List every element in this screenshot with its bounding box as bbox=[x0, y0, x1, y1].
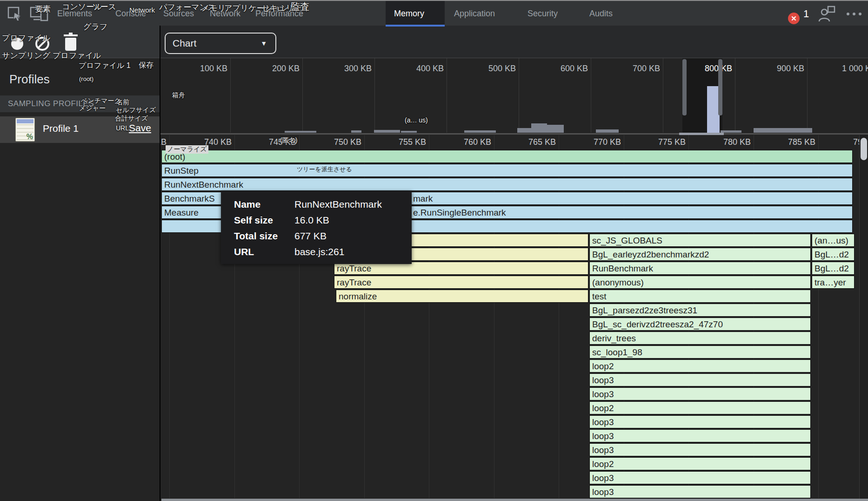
flame-cell-loop3[interactable]: loop3 bbox=[589, 387, 811, 400]
flame-cell-loop2[interactable]: loop2 bbox=[589, 457, 811, 470]
tab-security[interactable]: Security bbox=[527, 1, 558, 27]
flame-cell-loop3[interactable]: loop3 bbox=[589, 415, 811, 428]
overview-tick-label: 700 KB bbox=[593, 64, 660, 74]
allocation-bar bbox=[754, 128, 812, 133]
translation-annotation: セルフサイズ bbox=[116, 106, 156, 115]
flame-cell-runstep[interactable]: RunStep bbox=[161, 164, 853, 177]
allocation-bar bbox=[531, 123, 547, 133]
view-mode-value: Chart bbox=[173, 38, 196, 48]
tooltip-row-label: Name bbox=[234, 196, 294, 212]
flame-cell-test[interactable]: test bbox=[589, 290, 811, 303]
overview-tick-label: 400 KB bbox=[377, 64, 444, 74]
translation-annotation: メモリ bbox=[201, 3, 226, 14]
flame-cell-loop3[interactable]: loop3 bbox=[589, 485, 811, 498]
allocation-bar bbox=[464, 130, 496, 133]
flame-cell-loop2[interactable]: loop2 bbox=[589, 359, 811, 372]
sampling-profile-icon: % bbox=[15, 118, 35, 142]
flame-cell-bgl-d2[interactable]: BgL…d2 bbox=[812, 262, 855, 275]
tab-memory[interactable]: Memory bbox=[394, 1, 424, 27]
overview-tick-label: 900 KB bbox=[737, 64, 804, 74]
flame-cell-loop3[interactable]: loop3 bbox=[589, 373, 811, 386]
overview-tick-label: 500 KB bbox=[449, 64, 516, 74]
overview-tick-label: 600 KB bbox=[521, 64, 588, 74]
flame-tick-label: 765 KB bbox=[489, 137, 556, 147]
error-badge-icon[interactable]: ✕ bbox=[788, 13, 800, 24]
selection-handle-right[interactable] bbox=[718, 59, 722, 115]
translation-annotation: ノーマライズ bbox=[166, 145, 208, 154]
flame-cell-normalize[interactable]: normalize bbox=[336, 290, 588, 303]
flame-cell--anonymous-[interactable]: (anonymous) bbox=[589, 276, 811, 289]
flame-cell-bgl-earleyzd2benchmarkzd2[interactable]: BgL_earleyzd2benchmarkzd2 bbox=[589, 248, 811, 261]
pane-divider[interactable] bbox=[160, 133, 868, 135]
vertical-scrollbar[interactable] bbox=[859, 135, 868, 501]
flame-cell-deriv-trees[interactable]: deriv_trees bbox=[589, 332, 811, 345]
overview-gridline bbox=[374, 58, 375, 133]
translation-annotation: サンプリング プロファイル bbox=[2, 50, 101, 61]
flame-cell-runbenchmark[interactable]: RunBenchmark bbox=[589, 262, 811, 275]
overview-gridline bbox=[302, 58, 303, 133]
flame-node-tooltip: NameRunNextBenchmarkSelf size16.0 KBTota… bbox=[221, 191, 412, 264]
flame-cell-label-fragment: mark bbox=[413, 194, 433, 204]
delete-profile-button[interactable] bbox=[65, 38, 76, 51]
allocation-bar bbox=[547, 125, 564, 133]
pane-divider-grip[interactable] bbox=[679, 133, 724, 135]
view-mode-select[interactable]: Chart ▼ bbox=[165, 33, 276, 54]
tab-application[interactable]: Application bbox=[454, 1, 495, 27]
flame-cell-loop3[interactable]: loop3 bbox=[589, 429, 811, 442]
tooltip-row: Total size677 KB bbox=[234, 228, 412, 244]
translation-annotation: ツリーを派生させる bbox=[297, 165, 352, 174]
vertical-scrollbar-thumb[interactable] bbox=[861, 138, 867, 160]
overview-gridline bbox=[447, 58, 447, 133]
flame-cell-tra-yer[interactable]: tra…yer bbox=[812, 276, 855, 289]
flame-cell-bgl-sc-derivzd2treesza2-47z70[interactable]: BgL_sc_derivzd2treesza2_47z70 bbox=[589, 318, 811, 331]
flame-cell-raytrace[interactable]: rayTrace bbox=[334, 276, 588, 289]
tooltip-row: Self size16.0 KB bbox=[234, 212, 412, 228]
translation-annotation: URL bbox=[116, 124, 129, 132]
allocation-bar-selected bbox=[707, 86, 720, 133]
flame-cell-loop2[interactable]: loop2 bbox=[589, 401, 811, 414]
inspect-element-icon[interactable] bbox=[6, 1, 24, 27]
flame-cell-sc-loop1-98[interactable]: sc_loop1_98 bbox=[589, 345, 811, 359]
translation-annotation: メジャー bbox=[79, 104, 106, 113]
allocation-bar bbox=[401, 131, 417, 133]
overview-gridline bbox=[663, 58, 663, 133]
allocation-bar bbox=[596, 129, 619, 133]
flame-cell-bgl-d2[interactable]: BgL…d2 bbox=[812, 248, 855, 261]
flame-cell-label-fragment: e.RunSingleBenchmark bbox=[413, 208, 506, 218]
flame-cell--an-us-[interactable]: (an…us) bbox=[812, 234, 855, 247]
tooltip-row-label: URL bbox=[234, 244, 294, 260]
translation-annotation: (匿名) bbox=[280, 136, 297, 145]
translation-annotation: プロファイル 1 bbox=[79, 61, 131, 71]
tooltip-row-value: base.js:261 bbox=[294, 244, 344, 260]
selection-handle-left[interactable] bbox=[682, 59, 687, 115]
overview-gridline bbox=[591, 58, 591, 133]
remote-devices-icon[interactable] bbox=[817, 1, 836, 27]
overview-tick-label: 200 KB bbox=[233, 64, 300, 74]
flame-cell-bgl-parsezd2ze3treesz31[interactable]: BgL_parsezd2ze3treesz31 bbox=[589, 304, 811, 317]
flame-tick-label: 755 KB bbox=[359, 137, 426, 147]
more-options-icon[interactable] bbox=[844, 1, 864, 27]
overview-tick-label: 1 000 KB bbox=[809, 64, 868, 74]
memory-view-toolbar: Chart ▼ bbox=[160, 26, 868, 58]
flame-cell-sc-js-globals[interactable]: sc_JS_GLOBALS bbox=[589, 234, 811, 247]
save-profile-link[interactable]: Save bbox=[129, 122, 151, 134]
horizontal-scrollbar[interactable] bbox=[161, 499, 868, 501]
flame-cell-runnextbenchmark[interactable]: RunNextBenchmark bbox=[161, 178, 853, 191]
overview-gridline bbox=[807, 58, 808, 133]
flame-cell-loop3[interactable]: loop3 bbox=[589, 443, 811, 456]
overview-gridline bbox=[735, 58, 735, 133]
devtools-window: 100 KB200 KB300 KB400 KB500 KB600 KB700 … bbox=[0, 0, 868, 501]
flame-tick-label: 770 KB bbox=[554, 137, 621, 147]
flame-cell--root-[interactable]: (root) bbox=[161, 150, 853, 163]
tooltip-row-value: 677 KB bbox=[294, 228, 327, 244]
translation-annotation: 合計サイズ bbox=[115, 115, 148, 123]
tab-audits[interactable]: Audits bbox=[589, 1, 613, 27]
translation-annotation: 名前 bbox=[116, 98, 129, 107]
profiles-panel-title: Profiles bbox=[9, 72, 50, 87]
allocation-bar bbox=[517, 128, 531, 133]
tooltip-row-value: RunNextBenchmark bbox=[294, 196, 382, 212]
translation-annotation: (root) bbox=[79, 75, 93, 82]
flame-cell-loop3[interactable]: loop3 bbox=[589, 471, 811, 484]
flame-tick-label: 785 KB bbox=[748, 137, 815, 147]
flame-tick-label: 750 KB bbox=[294, 137, 361, 147]
